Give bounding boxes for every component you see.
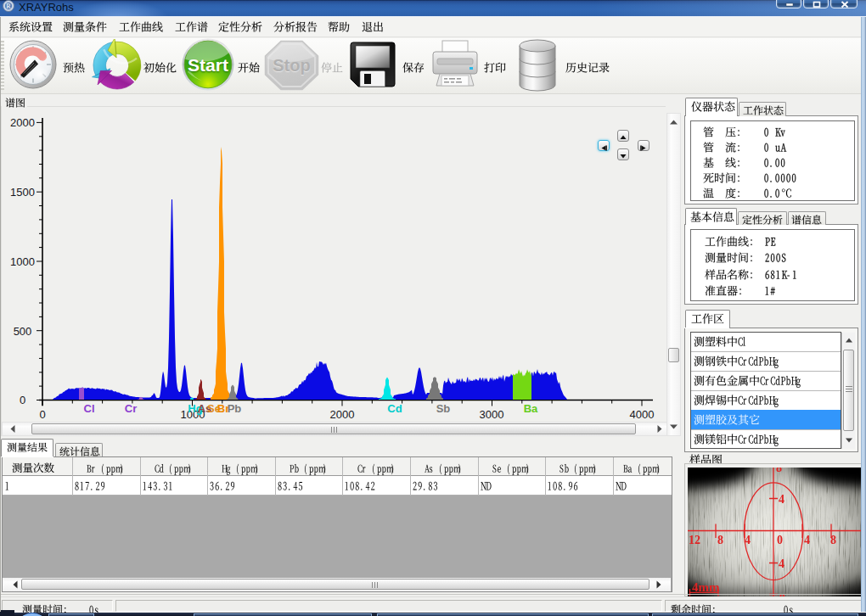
svg-text:0: 0 [777, 534, 783, 546]
svg-text:4: 4 [745, 534, 751, 546]
svg-text:4mm: 4mm [692, 580, 720, 594]
svg-text:Stop: Stop [273, 56, 310, 75]
svg-text:4: 4 [779, 493, 784, 506]
svg-text:R: R [6, 3, 11, 10]
svg-text:8: 8 [776, 468, 782, 474]
svg-text:8: 8 [717, 534, 723, 546]
svg-text:4: 4 [779, 557, 784, 570]
svg-text:4: 4 [804, 534, 810, 546]
svg-text:Start: Start [188, 55, 228, 75]
svg-text:12: 12 [689, 534, 700, 546]
svg-text:8: 8 [830, 534, 836, 546]
